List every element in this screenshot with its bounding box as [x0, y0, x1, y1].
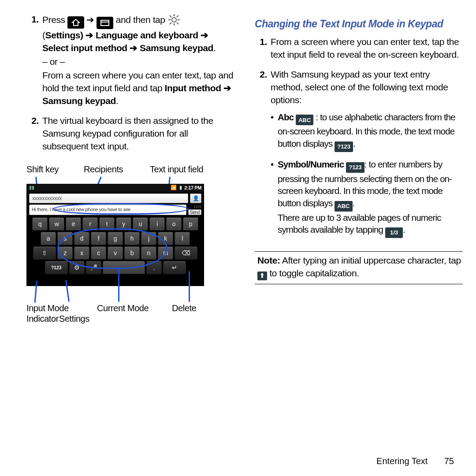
key-j[interactable]: j: [141, 232, 156, 245]
key-y[interactable]: y: [116, 217, 131, 231]
home-icon: [67, 16, 84, 29]
key-r[interactable]: r: [82, 217, 98, 231]
status-bar: ▮▮ 📶▮ 2:17 PM: [26, 184, 204, 192]
gear-icon: [167, 13, 181, 26]
right-step-2: 2. With Samsung keypad as your text entr…: [255, 68, 463, 245]
key-space[interactable]: [103, 261, 145, 274]
key-v[interactable]: v: [108, 246, 123, 260]
footer-page-number: 75: [430, 456, 454, 466]
svg-line-10: [170, 22, 171, 24]
key-f[interactable]: f: [91, 232, 106, 245]
footer-section: Entering Text: [376, 456, 428, 466]
key-period[interactable]: .: [146, 261, 162, 274]
key-k[interactable]: k: [158, 232, 173, 245]
key-o[interactable]: o: [166, 217, 182, 231]
key-w[interactable]: w: [49, 217, 64, 231]
settings-label: Settings: [45, 30, 80, 40]
key-t[interactable]: t: [99, 217, 115, 231]
key-e[interactable]: e: [66, 217, 81, 231]
add-recipient-button[interactable]: 👤: [190, 193, 201, 203]
svg-line-9: [177, 15, 178, 17]
key-z[interactable]: z: [57, 246, 73, 260]
key-q[interactable]: q: [32, 217, 48, 231]
one-third-chip: 1/3: [385, 227, 403, 238]
key-settings[interactable]: ⚙: [69, 261, 85, 274]
key-grid: qwertyuiop asdfghjkl ⇧zxcvbnm⌫ ?123 ⚙ 🎤: [26, 216, 204, 276]
key-i[interactable]: i: [149, 217, 165, 231]
svg-line-8: [177, 22, 178, 24]
callout-text-input-field: Text input field: [150, 164, 203, 175]
bullet-symbol-numeric: Symbol/Numeric ?123: to enter numbers by…: [271, 158, 463, 238]
message-field[interactable]: Hi there, I have a cool new phone you ha…: [29, 205, 186, 215]
right-column: Changing the Text Input Mode in Keypad 1…: [255, 13, 463, 329]
abc-chip-2: ABC: [335, 201, 352, 212]
key-voice[interactable]: 🎤: [86, 261, 101, 274]
shift-icon: ⬆: [257, 271, 267, 280]
key-p[interactable]: p: [183, 217, 198, 231]
key-b[interactable]: b: [124, 246, 140, 260]
left-step-2: 2. The virtual keyboard is then assigned…: [26, 115, 234, 153]
abc-chip: ABC: [296, 115, 313, 125]
key-n[interactable]: n: [141, 246, 156, 260]
svg-point-2: [172, 18, 176, 22]
key-s[interactable]: s: [57, 232, 73, 245]
bullet-abc: Abc ABC : to use alphabetic characters f…: [271, 111, 463, 152]
left-step-1: 1. Press ➔ and then tap (Setti: [26, 13, 234, 108]
section-heading: Changing the Text Input Mode in Keypad: [255, 18, 463, 30]
svg-line-7: [170, 15, 171, 17]
char-count: 111/1: [188, 205, 201, 208]
key-c[interactable]: c: [91, 246, 106, 260]
key-a[interactable]: a: [41, 232, 56, 245]
key-h[interactable]: h: [124, 232, 140, 245]
left-column: 1. Press ➔ and then tap (Setti: [26, 13, 234, 329]
callout-delete: Delete: [172, 303, 196, 313]
callout-settings: Settings: [59, 313, 89, 324]
key-input-mode[interactable]: ?123: [45, 261, 68, 274]
svg-rect-0: [101, 20, 109, 26]
keyboard-screenshot: ▮▮ 📶▮ 2:17 PM xxxxxxxxxxxx 👤 Hi there, I…: [26, 184, 204, 286]
keyboard-figure: Shift key Recipients Text input field ▮▮…: [26, 164, 204, 329]
page-footer: Entering Text 75: [376, 456, 454, 466]
callout-shift-key: Shift key: [26, 164, 59, 175]
clock: 2:17 PM: [184, 185, 201, 190]
key-enter[interactable]: ↵: [163, 261, 186, 274]
key-x[interactable]: x: [74, 246, 89, 260]
right-step-1: 1. From a screen where you can enter tex…: [255, 36, 463, 61]
send-button[interactable]: Send: [188, 209, 201, 215]
callout-current-mode: Current Mode: [97, 303, 149, 313]
note-block: Note: After typing an initial uppercase …: [255, 254, 463, 280]
callout-recipients: Recipients: [84, 164, 123, 175]
q123-chip: ?123: [335, 141, 353, 152]
q123-chip-2: ?123: [346, 162, 364, 173]
or-label: – or –: [42, 56, 234, 68]
key-u[interactable]: u: [133, 217, 148, 231]
key-d[interactable]: d: [74, 232, 89, 245]
key-g[interactable]: g: [108, 232, 123, 245]
key-l[interactable]: l: [175, 232, 190, 245]
key-shift[interactable]: ⇧: [33, 246, 56, 260]
recipient-field[interactable]: xxxxxxxxxxxx: [29, 193, 188, 203]
key-m[interactable]: m: [158, 246, 173, 260]
press-label: Press: [42, 15, 67, 25]
key-delete[interactable]: ⌫: [175, 246, 197, 260]
menu-icon: [97, 17, 113, 29]
and-then-tap-label: and then tap: [116, 15, 167, 25]
